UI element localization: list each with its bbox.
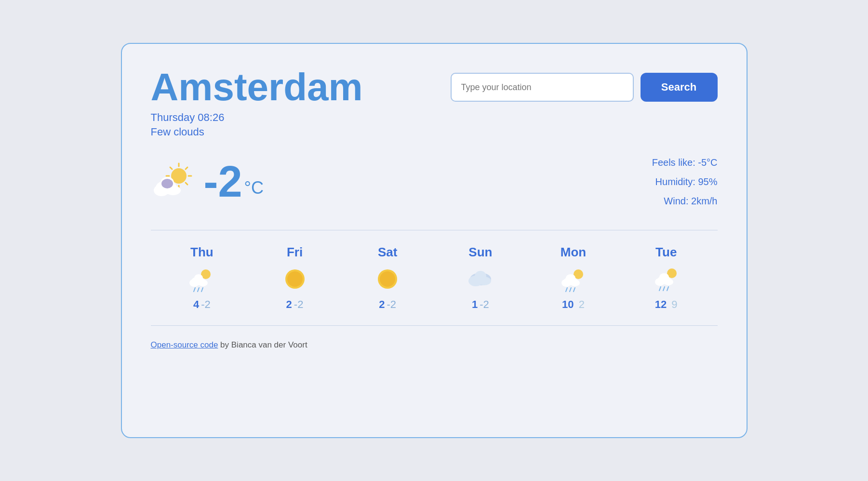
- svg-point-18: [194, 274, 203, 282]
- temperature-display: -2°C: [204, 160, 264, 203]
- footer: Open-source code by Bianca van der Voort: [151, 340, 718, 350]
- forecast-temps-mon: 10 2: [562, 298, 585, 311]
- footer-author: by Bianca van der Voort: [218, 340, 307, 349]
- forecast-day-label: Sun: [468, 245, 492, 260]
- humidity: Humidity: 95%: [652, 172, 718, 191]
- svg-line-20: [198, 288, 199, 292]
- svg-line-37: [574, 288, 575, 292]
- condition: Few clouds: [151, 126, 718, 138]
- forecast-temps-tue: 12 9: [655, 298, 678, 311]
- svg-line-44: [663, 287, 665, 291]
- svg-point-13: [161, 179, 173, 188]
- forecast-sun: Sun 1-2: [434, 245, 527, 311]
- forecast-day-label: Mon: [561, 245, 586, 260]
- forecast-temps-fri: 2-2: [286, 298, 304, 311]
- forecast-icon-sat: [373, 265, 402, 294]
- temp-unit: °C: [244, 178, 264, 198]
- svg-line-35: [566, 288, 567, 292]
- weather-details: Feels like: -5°C Humidity: 95% Wind: 2km…: [652, 153, 718, 211]
- svg-line-19: [194, 288, 195, 292]
- svg-line-6: [186, 183, 187, 185]
- main-weather-icon: [151, 162, 194, 201]
- header-row: Amsterdam Search: [151, 68, 718, 107]
- svg-point-29: [475, 271, 486, 281]
- forecast-temps-thu: 4-2: [193, 298, 211, 311]
- svg-line-36: [570, 288, 571, 292]
- divider-bottom: [151, 325, 718, 326]
- forecast-tue: Tue 12 9: [620, 245, 713, 311]
- current-weather-row: -2°C Feels like: -5°C Humidity: 95% Wind…: [151, 153, 718, 211]
- forecast-fri: Fri 2-2: [248, 245, 341, 311]
- svg-line-5: [170, 167, 172, 169]
- weather-card: Amsterdam Search Thursday 08:26 Few clou…: [121, 43, 748, 438]
- forecast-icon-sun: [466, 265, 495, 294]
- svg-line-21: [201, 288, 203, 292]
- svg-point-25: [380, 271, 395, 287]
- open-source-link[interactable]: Open-source code: [151, 340, 218, 349]
- feels-like: Feels like: -5°C: [652, 153, 718, 172]
- wind: Wind: 2km/h: [652, 191, 718, 211]
- date-time: Thursday 08:26: [151, 111, 718, 124]
- forecast-sat: Sat 2-2: [341, 245, 434, 311]
- city-title: Amsterdam: [151, 68, 363, 107]
- forecast-thu: Thu 4-2: [156, 245, 249, 311]
- svg-line-8: [186, 167, 187, 169]
- forecast-mon: Mon 10 2: [527, 245, 620, 311]
- forecast-icon-tue: [652, 265, 681, 294]
- forecast-row: Thu 4-2 Fri: [151, 245, 718, 311]
- forecast-day-label: Tue: [655, 245, 677, 260]
- forecast-day-label: Sat: [378, 245, 397, 260]
- divider-top: [151, 230, 718, 230]
- forecast-day-label: Thu: [190, 245, 214, 260]
- forecast-icon-mon: [559, 265, 588, 294]
- forecast-temps-sat: 2-2: [379, 298, 396, 311]
- temp-area: -2°C: [151, 160, 264, 203]
- svg-point-23: [287, 271, 303, 287]
- forecast-day-label: Fri: [287, 245, 303, 260]
- svg-line-45: [667, 287, 668, 291]
- forecast-icon-fri: [280, 265, 309, 294]
- location-input[interactable]: [451, 73, 634, 102]
- search-button[interactable]: Search: [641, 73, 718, 102]
- forecast-temps-sun: 1-2: [472, 298, 489, 311]
- forecast-icon-thu: [187, 265, 216, 294]
- search-area: Search: [451, 73, 718, 102]
- svg-point-34: [566, 274, 575, 282]
- svg-line-43: [659, 287, 661, 291]
- svg-point-42: [659, 273, 669, 281]
- temp-value: -2: [204, 158, 242, 206]
